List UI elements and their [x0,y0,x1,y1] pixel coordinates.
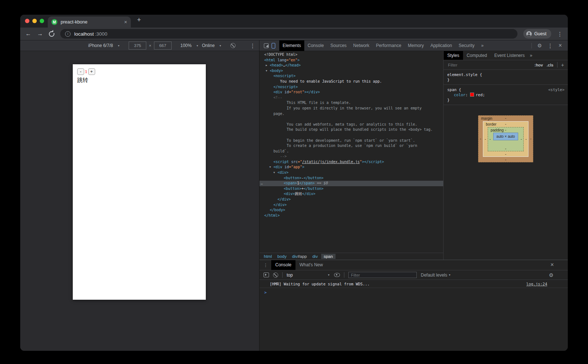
dom-tree-line[interactable]: ▼<div> [259,170,443,176]
rule-property[interactable]: color: red; [447,92,564,97]
close-window-button[interactable] [25,19,29,23]
browser-tab[interactable]: M preact-kbone × [48,17,131,28]
console-settings-icon[interactable]: ⚙ [549,273,564,278]
dom-tree-line[interactable]: <div>跳转</div> [259,191,443,197]
dom-tree-line[interactable]: <!-- [259,95,443,101]
devtools-tab-memory[interactable]: Memory [405,40,427,51]
styles-filter-input[interactable] [447,62,531,68]
zoom-select[interactable]: 100% [180,43,192,48]
console-sidebar-icon[interactable] [263,273,269,277]
devtools-menu-icon[interactable]: ⋮ [548,43,553,48]
inspect-element-icon[interactable] [264,43,269,48]
new-tab-button[interactable]: + [137,16,141,24]
back-button[interactable]: ← [25,31,31,37]
breadcrumb-item[interactable]: html [262,254,274,259]
styles-tab-computed[interactable]: Computed [463,51,491,60]
zoom-window-button[interactable] [40,19,44,23]
clear-console-icon[interactable] [273,273,278,278]
more-panels-icon[interactable]: » [478,43,487,48]
dom-tree-line[interactable]: <script src="/static/js/index.bundle.js"… [259,159,443,165]
dom-tree-line[interactable]: The build step will place the bundled sc… [259,127,443,133]
dom-tree-line[interactable]: To begin the development, run `npm start… [259,138,443,144]
devtools-tab-network[interactable]: Network [350,40,373,51]
dom-tree-line[interactable]: page. [259,111,443,117]
styles-tab-styles[interactable]: Styles [444,51,463,60]
decrement-button[interactable]: - [77,68,84,75]
devtools-tab-console[interactable]: Console [304,40,327,51]
breadcrumb-item[interactable]: span [321,254,336,259]
devtools-tab-application[interactable]: Application [427,40,455,51]
dom-tree-line[interactable]: <div id="root"></div> [259,90,443,95]
increment-button[interactable]: + [88,68,95,75]
dom-tree-line[interactable]: This HTML file is a template. [259,100,443,106]
browser-menu-icon[interactable]: ⋮ [557,31,563,37]
devtools-tab-elements[interactable]: Elements [279,40,304,51]
device-width-input[interactable] [129,42,146,50]
dom-tree-line[interactable]: </html> [259,213,443,219]
devtools-tab-sources[interactable]: Sources [327,40,350,51]
dom-tree-line[interactable]: --> [259,154,443,159]
execution-context-select[interactable]: top ▼ [287,273,330,278]
dom-tree-line[interactable]: ▼<div id="app"> [259,165,443,170]
span-style-rule[interactable]: <style> span { color: red; } [444,85,568,105]
minimize-window-button[interactable] [32,19,37,23]
site-info-icon[interactable] [65,31,71,37]
profile-chip[interactable]: Guest [523,29,551,39]
collapse-arrow-icon[interactable]: ▼ [269,165,273,170]
live-expression-icon[interactable] [334,273,340,277]
dom-tree-line[interactable]: </noscript> [259,84,443,90]
address-bar[interactable]: localhost :3000 [60,29,517,39]
devtools-settings-icon[interactable]: ⚙ [537,43,542,48]
breadcrumb-item[interactable]: div [310,254,320,259]
styles-more-tabs-icon[interactable]: » [530,53,533,58]
drawer-close-icon[interactable]: × [551,262,554,268]
styles-tab-event-listeners[interactable]: Event Listeners [491,51,528,60]
tab-close-icon[interactable]: × [124,19,127,25]
console-prompt[interactable]: > [259,288,568,295]
devtools-tab-performance[interactable]: Performance [373,40,405,51]
dom-tree-line[interactable]: ▶<head>…</head> [259,63,443,68]
color-swatch[interactable] [470,93,474,97]
dom-tree-line[interactable]: build`. [259,149,443,154]
expand-arrow-icon[interactable]: ▶ [266,63,270,68]
drawer-menu-icon[interactable]: ⋮ [263,263,268,268]
log-levels-select[interactable]: Default levels ▼ [421,273,451,278]
breadcrumb-item[interactable]: body [275,254,289,259]
dom-tree-line[interactable]: You need to enable JavaScript to run thi… [259,79,443,84]
element-style-rule[interactable]: element.style { } [444,70,568,85]
breadcrumb-item[interactable]: div#app [290,254,309,259]
dom-tree-line[interactable]: </div> [259,202,443,208]
device-height-input[interactable] [154,42,172,50]
jump-link[interactable]: 跳转 [77,77,206,84]
box-model-border[interactable]: border - - - - padding - - - - au [483,121,528,157]
box-model-margin[interactable]: margin - - - - border - - - - padding [478,115,533,162]
dom-tree-line[interactable]: <!DOCTYPE html> [259,52,443,58]
console-source-link[interactable]: log.js:24 [526,282,547,286]
dom-tree-line[interactable] [259,116,443,122]
dom-tree-line[interactable]: You can add webfonts, meta tags, or anal… [259,122,443,127]
box-model-padding[interactable]: padding - - - - auto × auto [488,127,524,151]
device-toolbar-menu-icon[interactable]: ⋮ [250,43,255,48]
dom-tree-line[interactable] [259,133,443,138]
dom-tree-line[interactable]: <button>+</button> [259,186,443,192]
reload-button[interactable] [49,31,54,37]
new-style-rule-icon[interactable]: + [561,62,564,68]
collapse-arrow-icon[interactable]: ▼ [273,170,277,176]
device-toolbar-toggle-icon[interactable] [272,43,275,48]
pseudo-state-toggle[interactable]: :hov [534,63,543,67]
dom-tree-line[interactable]: To create a production bundle, use `npm … [259,143,443,149]
console-filter-input[interactable] [348,272,417,278]
dom-tree-line[interactable]: <noscript> [259,73,443,79]
devtools-close-icon[interactable]: × [559,43,562,48]
dom-tree-line[interactable]: <html lang="en"> [259,58,443,63]
box-model-content[interactable]: auto × auto [493,133,518,140]
drawer-tab-what-s-new[interactable]: What's New [295,260,327,270]
dom-tree-line[interactable]: If you open it directly in the browser, … [259,106,443,111]
dom-tree-line[interactable]: <button>-</button> [259,176,443,181]
throttling-select[interactable]: Online [202,43,215,48]
forward-button[interactable]: → [37,31,43,37]
dom-tree-line[interactable]: …<span>1</span> == $0 [259,181,443,186]
drawer-tab-console[interactable]: Console [271,260,295,270]
devtools-tab-security[interactable]: Security [455,40,478,51]
device-select[interactable]: iPhone 6/7/8 [88,43,113,48]
